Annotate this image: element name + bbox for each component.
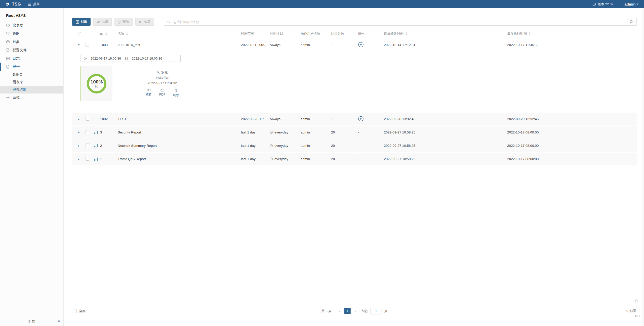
row-op-user: admin: [301, 43, 331, 47]
row-checkbox[interactable]: [86, 157, 89, 161]
collapse-arrows-icon[interactable]: «: [58, 318, 60, 323]
app-logo[interactable]: TSG: [6, 2, 21, 7]
sidebar-item-label: 策略: [13, 31, 20, 36]
sidebar-item-reports[interactable]: 报告: [0, 63, 63, 71]
sidebar-subitem-label: 图表库: [13, 80, 23, 84]
row-result-count: 20: [331, 144, 358, 148]
report-template-icon: [94, 131, 100, 134]
delete-button[interactable]: 删除: [114, 18, 133, 26]
expand-toggle-icon[interactable]: ▸: [78, 157, 80, 161]
header-op-user[interactable]: 操作用户名称: [301, 31, 331, 36]
sidebar-item-chart-library[interactable]: 图表库: [0, 78, 63, 86]
page-number-button[interactable]: 1: [344, 308, 351, 314]
header-result-count[interactable]: 结果计数: [331, 31, 358, 36]
sidebar-item-label: 对象: [13, 40, 20, 44]
sidebar-item-objects[interactable]: 对象: [0, 38, 63, 46]
row-name[interactable]: TEST: [118, 117, 241, 121]
row-checkbox[interactable]: [86, 43, 89, 46]
sidebar-item-datasets[interactable]: 数据集: [0, 71, 63, 78]
row-checkbox[interactable]: [86, 130, 89, 134]
goto-page-input[interactable]: [370, 308, 382, 314]
expand-toggle-icon[interactable]: ▸: [78, 144, 80, 148]
sort-icon[interactable]: [126, 32, 128, 35]
row-id: 1002: [100, 117, 118, 121]
table-footer: 全部 共 5 条 ‹ 1 › 前往 页 100 条/页: [72, 306, 637, 316]
row-checkbox[interactable]: [86, 117, 89, 121]
row-last-executed: 2022-10-17 11:34:32: [507, 43, 637, 47]
table-row[interactable]: ▸ 3 Security Report last 1 day everyday …: [72, 126, 637, 139]
row-checkbox[interactable]: [86, 144, 89, 147]
result-user: 安然: [161, 70, 168, 75]
user-menu[interactable]: admin ▾: [624, 2, 638, 6]
row-time-range: last 1 day: [241, 157, 270, 161]
collapse-label[interactable]: 折叠: [0, 319, 63, 323]
range-to-label: 到: [125, 56, 128, 61]
report-template-icon: [94, 144, 100, 148]
dashboard-icon: [6, 23, 10, 27]
scrollbar-track[interactable]: [642, 8, 644, 326]
sidebar-item-profiles[interactable]: 配置文件: [0, 46, 63, 54]
row-id: 1: [100, 157, 118, 161]
run-report-button[interactable]: [358, 116, 364, 122]
expand-toggle-icon[interactable]: ▸: [78, 117, 80, 121]
row-name[interactable]: Traffic QoS Report: [118, 157, 241, 161]
gear-logo-icon: [6, 2, 10, 7]
header-time-range[interactable]: 时间范围: [241, 31, 270, 36]
view-button[interactable]: 查看: [135, 18, 154, 26]
result-view-button[interactable]: 查看: [146, 88, 152, 97]
row-last-executed: 2022-10-17 08:00:00: [507, 130, 637, 134]
header-name[interactable]: 名称: [118, 31, 241, 36]
favorite-star-icon[interactable]: ☆: [634, 298, 638, 304]
row-name[interactable]: Network Summary Report: [118, 144, 241, 148]
table-row[interactable]: ▸ 1002 TEST 2022-09-28 11:… Always admin…: [72, 113, 637, 126]
clock-icon: [270, 131, 273, 134]
table-row[interactable]: ▸ 2 Network Summary Report last 1 day ev…: [72, 139, 637, 153]
sidebar-item-label: 配置文件: [13, 48, 27, 53]
sort-icon[interactable]: [105, 32, 107, 35]
search-bar: [164, 18, 637, 26]
row-operation-none: -: [358, 130, 359, 134]
row-name[interactable]: 20221014_test: [118, 43, 241, 47]
search-input[interactable]: [173, 20, 626, 24]
prev-page-icon[interactable]: ‹: [339, 309, 340, 313]
header-last-executed[interactable]: 最后执行时间: [507, 31, 637, 36]
sidebar-item-logs[interactable]: 日志: [0, 54, 63, 63]
date-range-picker[interactable]: 2022-09-17 19:00:36 到 2022-10-17 19:00:3…: [80, 55, 181, 62]
topbar: TSG 菜单 版本 22.09 admin ▾: [0, 0, 644, 8]
version-info[interactable]: 版本 22.09: [592, 2, 613, 7]
sidebar-item-system[interactable]: 系统: [0, 94, 63, 102]
sidebar-item-dashboard[interactable]: 仪表盘: [0, 21, 63, 29]
header-id[interactable]: ID: [100, 32, 118, 36]
header-last-modified[interactable]: 最后修改时间: [384, 31, 507, 36]
run-report-button[interactable]: [358, 42, 364, 48]
expand-toggle-icon[interactable]: ▾: [78, 43, 80, 47]
result-delete-button[interactable]: 删除: [173, 88, 179, 97]
progress-pane: 100% 1/1: [81, 66, 112, 101]
header-circle-icon[interactable]: [78, 32, 81, 35]
pencil-icon: [97, 20, 100, 24]
sort-icon[interactable]: [529, 32, 531, 35]
create-button[interactable]: 创建: [72, 18, 91, 26]
search-submit-button[interactable]: [626, 18, 636, 25]
row-result-count: 20: [331, 130, 358, 134]
table-row[interactable]: ▾ 1003 20221014_test 2022-10-12 00:… Alw…: [72, 38, 637, 52]
select-all-checkbox[interactable]: [73, 309, 77, 313]
row-time-plan: everyday: [274, 130, 288, 134]
sidebar-item-policy[interactable]: 策略: [0, 29, 63, 38]
next-page-icon[interactable]: ›: [355, 309, 356, 313]
sidebar-item-report-results[interactable]: 报告结果: [0, 86, 63, 94]
search-icon: [167, 20, 171, 24]
row-op-user: admin: [301, 117, 331, 121]
table-row[interactable]: ▸ 1 Traffic QoS Report last 1 day everyd…: [72, 153, 637, 166]
header-time-plan[interactable]: 时间计划: [270, 31, 301, 36]
expand-toggle-icon[interactable]: ▸: [78, 130, 80, 134]
result-pdf-button[interactable]: PDF: [159, 88, 165, 97]
row-operation-none: -: [358, 157, 359, 161]
vsys-title: Root VSYS: [0, 8, 63, 21]
back-to-top-button[interactable]: TOP: [635, 315, 640, 318]
menu-button[interactable]: 菜单: [27, 2, 40, 7]
sort-icon[interactable]: [405, 32, 407, 35]
edit-button[interactable]: 编辑: [93, 18, 112, 26]
row-name[interactable]: Security Report: [118, 130, 241, 134]
progress-fraction: 1/1: [95, 85, 99, 88]
